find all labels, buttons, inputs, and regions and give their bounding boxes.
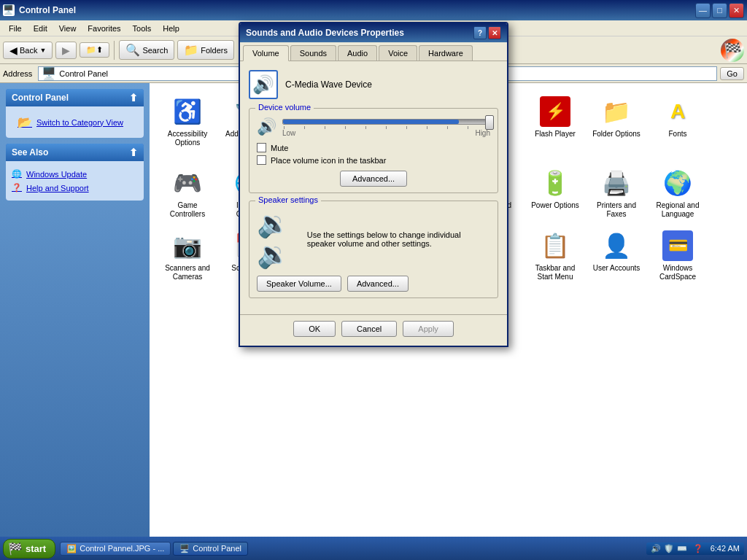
taskbar: 🏁 start 🖼️ Control Pannel.JPG - ... 🖥️ C… [0,537,747,560]
speaker-desc: Use the settings below to change individ… [307,230,490,248]
volume-high-label: High [475,129,490,137]
taskbar-item-1-icon: 🖥️ [179,544,190,553]
dialog-title-bar: Sounds and Audio Devices Properties ? ✕ [240,23,507,42]
volume-low-label: Low [282,129,295,137]
mute-label: Mute [271,144,288,152]
device-name: C-Media Wave Device [285,79,372,90]
dialog-close-button[interactable]: ✕ [488,26,501,39]
taskbar-item-1[interactable]: 🖥️ Control Panel [173,542,248,556]
tray-icon-keyboard: ⌨️ [677,544,687,553]
dialog-body: 🔊 C-Media Wave Device Device volume 🔊 [240,61,507,314]
tab-voice[interactable]: Voice [379,45,417,61]
volume-advanced-button[interactable]: Advanced... [340,171,407,187]
volume-slider[interactable] [282,119,490,125]
tray-icon-shield: 🛡️ [664,544,674,553]
dialog-tabs: Volume Sounds Audio Voice Hardware [240,42,507,61]
dialog-help-button[interactable]: ? [473,26,487,39]
speaker-settings-group: Speaker settings 🔉🔉 Use the settings bel… [249,201,498,298]
dialog-title-buttons: ? ✕ [473,26,501,39]
dialog-overlay: Sounds and Audio Devices Properties ? ✕ … [0,0,747,537]
speaker-buttons: Speaker Volume... Advanced... [257,276,490,292]
start-flag-icon: 🏁 [8,542,23,556]
taskbar-items: 🖼️ Control Pannel.JPG - ... 🖥️ Control P… [60,542,646,556]
dialog-footer: OK Cancel Apply [240,314,507,346]
tab-hardware[interactable]: Hardware [419,45,473,61]
place-icon-checkbox[interactable] [257,155,266,165]
speaker-advanced-button[interactable]: Advanced... [347,276,409,292]
slider-thumb[interactable] [485,115,494,130]
ok-button[interactable]: OK [293,321,336,337]
start-label: start [26,543,46,554]
place-icon-label: Place volume icon in the taskbar [271,156,386,165]
volume-row: 🔊 [257,116,490,137]
device-volume-group: Device volume 🔊 [249,108,498,193]
taskbar-item-1-label: Control Panel [193,544,241,553]
apply-button[interactable]: Apply [403,321,454,337]
speaker-settings-label: Speaker settings [255,195,321,204]
mute-row: Mute [257,143,490,152]
speaker-volume-button[interactable]: Speaker Volume... [257,276,341,292]
start-button[interactable]: 🏁 start [3,539,55,559]
taskbar-tray: 🔊 🛡️ ⌨️ ❓ 6:42 AM [646,542,744,555]
slider-fill [283,120,459,124]
sounds-audio-dialog: Sounds and Audio Devices Properties ? ✕ … [239,22,508,347]
volume-icon: 🔊 [257,117,276,136]
slider-labels: Low High [282,129,490,137]
cancel-button[interactable]: Cancel [341,321,397,337]
place-icon-row: Place volume icon in the taskbar [257,155,490,165]
taskbar-item-0[interactable]: 🖼️ Control Pannel.JPG - ... [60,542,171,556]
device-row: 🔊 C-Media Wave Device [249,70,498,99]
tab-audio[interactable]: Audio [338,45,377,61]
dialog-title-text: Sounds and Audio Devices Properties [246,28,404,38]
tab-sounds[interactable]: Sounds [290,45,336,61]
mute-checkbox[interactable] [257,143,266,152]
taskbar-item-0-icon: 🖼️ [66,544,77,553]
speaker-row: 🔉🔉 Use the settings below to change indi… [257,209,490,270]
device-volume-label: Device volume [255,103,314,112]
tray-question: ❓ [693,544,703,553]
device-icon: 🔊 [249,70,278,99]
slider-container: Low High [282,116,490,137]
tray-icon-sound: 🔊 [651,544,661,553]
taskbar-item-0-label: Control Pannel.JPG - ... [80,544,164,553]
taskbar-time: 6:42 AM [711,544,740,553]
tab-volume[interactable]: Volume [243,45,289,61]
speaker-graphic-icon: 🔉🔉 [257,209,300,270]
